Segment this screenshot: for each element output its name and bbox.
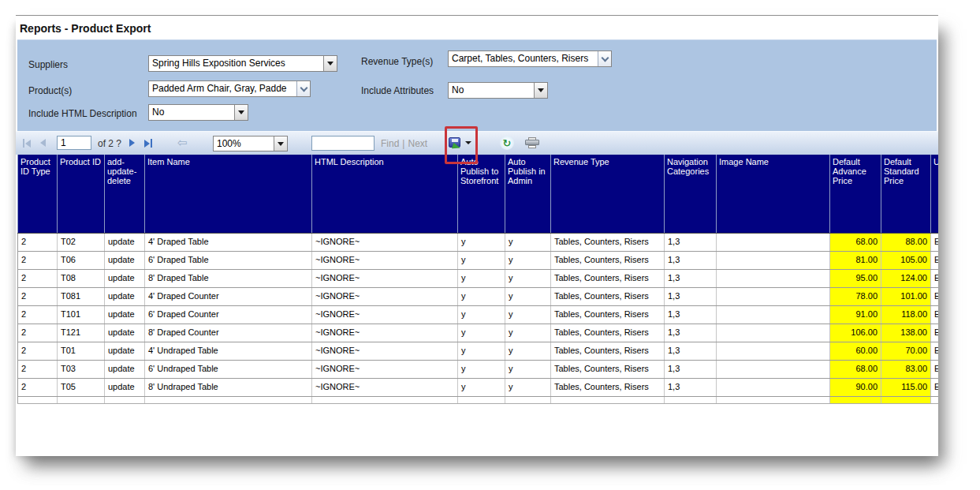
last-page-icon (151, 139, 152, 148)
table-cell: 88.00 (881, 233, 931, 251)
table-cell: update (105, 324, 145, 342)
next-page-button[interactable] (129, 139, 135, 147)
table-cell: y (458, 287, 505, 305)
table-cell: 6' Undraped Table (145, 360, 312, 378)
include-attributes-label: Include Attributes (361, 85, 434, 96)
table-cell: y (505, 269, 551, 287)
table-cell: 101.00 (881, 287, 931, 305)
chevron-down-icon[interactable] (296, 81, 310, 96)
table-cell: ~IGNORE~ (312, 269, 458, 287)
table-cell (665, 396, 717, 403)
table-cell: 83.00 (881, 360, 931, 378)
table-cell: 68.00 (830, 233, 881, 251)
dropdown-arrow-icon[interactable] (323, 56, 337, 71)
column-header: Default Advance Price (830, 155, 881, 233)
dropdown-arrow-icon[interactable] (234, 105, 248, 120)
next-link[interactable]: Next (408, 138, 427, 149)
table-cell: 70.00 (881, 342, 931, 360)
table-cell: 1,3 (665, 287, 717, 305)
table-cell: y (458, 233, 505, 251)
table-cell: y (458, 251, 505, 269)
down-triangle-icon (238, 110, 244, 114)
table-cell: E (931, 342, 939, 360)
table-cell: ~IGNORE~ (312, 251, 458, 269)
table-cell: y (505, 251, 551, 269)
find-next-links: Find|Next (381, 138, 430, 149)
previous-page-button[interactable] (40, 139, 46, 147)
products-value: Padded Arm Chair, Gray, Padde (149, 81, 296, 96)
table-cell: 8' Draped Table (145, 269, 312, 287)
report-table: Product ID TypeProduct IDadd-update-dele… (17, 155, 938, 404)
page-number-input[interactable] (57, 136, 91, 150)
table-cell: Tables, Counters, Risers (551, 342, 665, 360)
export-menu-caret-icon[interactable] (465, 141, 471, 144)
table-cell: 2 (18, 378, 58, 396)
chevron-down-icon[interactable] (598, 51, 611, 66)
table-cell: 1,3 (665, 305, 717, 324)
table-cell (505, 396, 551, 403)
last-page-button[interactable] (144, 139, 153, 148)
table-cell: T05 (58, 378, 105, 396)
table-cell: 115.00 (881, 378, 931, 396)
table-cell (717, 305, 830, 324)
table-cell (830, 396, 881, 403)
products-label: Product(s) (28, 85, 72, 96)
table-cell: T03 (58, 360, 105, 378)
table-cell: update (105, 342, 145, 360)
dropdown-arrow-icon[interactable] (274, 137, 287, 151)
include-html-description-select[interactable]: No (148, 104, 248, 121)
table-cell: E (931, 251, 939, 269)
table-cell: E (931, 287, 939, 305)
table-cell: y (505, 287, 551, 305)
table-cell: y (458, 378, 505, 396)
table-cell: T02 (58, 233, 105, 251)
table-cell: 106.00 (830, 324, 881, 342)
suppliers-value: Spring Hills Exposition Services (149, 56, 323, 71)
printer-body (525, 140, 539, 145)
table-row: 2T01update4' Undraped Table~IGNORE~yyTab… (18, 342, 939, 360)
table-cell: 1,3 (665, 251, 717, 269)
include-attributes-select[interactable]: No (448, 82, 548, 99)
find-link[interactable]: Find (381, 138, 399, 149)
export-button[interactable] (449, 137, 471, 148)
table-cell: y (458, 342, 505, 360)
table-cell: 6' Draped Counter (145, 305, 312, 324)
table-cell (551, 396, 665, 403)
table-cell: 2 (18, 287, 58, 305)
table-row: 2T101update6' Draped Counter~IGNORE~yyTa… (18, 305, 939, 324)
suppliers-select[interactable]: Spring Hills Exposition Services (148, 55, 337, 72)
table-cell: Tables, Counters, Risers (551, 269, 665, 287)
first-page-button[interactable] (22, 139, 31, 148)
table-cell: 2 (18, 360, 58, 378)
report-viewer-page: Reports - Product Export Suppliers Sprin… (16, 15, 938, 456)
zoom-select[interactable]: 100% (213, 136, 288, 151)
table-cell: y (458, 269, 505, 287)
table-cell: T01 (58, 342, 105, 360)
table-cell (58, 396, 105, 403)
report-toolbar: of 2 ? 100% Find|Next (16, 131, 938, 155)
table-cell: 118.00 (881, 305, 931, 324)
revenue-types-combo[interactable]: Carpet, Tables, Counters, Risers (448, 50, 612, 67)
page-count-text: of 2 ? (98, 138, 121, 149)
products-combo[interactable]: Padded Arm Chair, Gray, Padde (148, 80, 311, 97)
table-cell (458, 396, 505, 403)
table-cell: y (505, 324, 551, 342)
find-text-input[interactable] (311, 136, 374, 151)
table-cell: ~IGNORE~ (312, 342, 458, 360)
table-cell: 1,3 (665, 342, 717, 360)
table-cell: 1,3 (665, 378, 717, 396)
table-cell (931, 396, 939, 403)
dropdown-arrow-icon[interactable] (534, 83, 547, 98)
print-button[interactable] (525, 137, 539, 148)
table-cell: E (931, 269, 939, 287)
table-cell: ~IGNORE~ (312, 287, 458, 305)
table-cell (717, 233, 830, 251)
refresh-button[interactable] (500, 136, 514, 150)
page-title: Reports - Product Export (20, 22, 938, 35)
parent-report-icon[interactable] (177, 136, 188, 150)
chevron-glyph (300, 84, 307, 92)
table-cell: 91.00 (830, 305, 881, 324)
table-cell (717, 342, 830, 360)
table-cell: 1,3 (665, 233, 717, 251)
column-header: Product ID Type (18, 155, 58, 233)
